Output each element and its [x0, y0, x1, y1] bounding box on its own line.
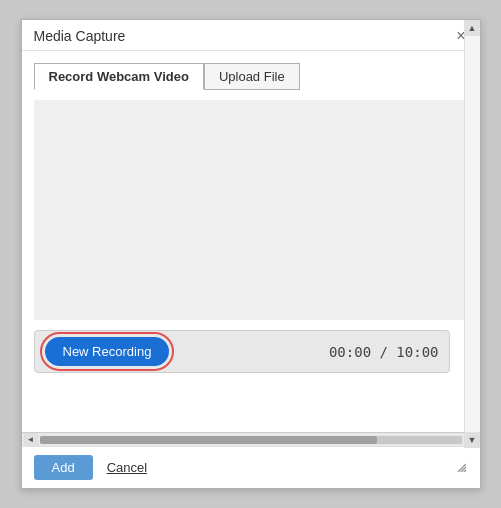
svg-line-2 — [464, 470, 466, 472]
tab-record-webcam[interactable]: Record Webcam Video — [34, 63, 204, 90]
vertical-scrollbar: ▲ ▼ — [464, 20, 480, 448]
dialog-header: Media Capture × — [22, 20, 480, 51]
scroll-down-button[interactable]: ▼ — [465, 432, 480, 448]
resize-handle[interactable] — [454, 460, 466, 472]
tabs-container: Record Webcam Video Upload File — [34, 63, 468, 90]
media-capture-dialog: Media Capture × ▲ ▼ Record Webcam Video … — [21, 19, 481, 489]
video-preview-area — [34, 100, 468, 320]
h-scroll-thumb — [40, 436, 378, 444]
time-display: 00:00 / 10:00 — [329, 344, 439, 360]
recording-controls-bar: New Recording 00:00 / 10:00 — [34, 330, 450, 373]
h-scroll-track — [40, 436, 462, 444]
scroll-up-button[interactable]: ▲ — [465, 20, 480, 36]
cancel-button[interactable]: Cancel — [101, 455, 153, 480]
new-recording-button[interactable]: New Recording — [45, 337, 170, 366]
scroll-track — [465, 36, 480, 432]
dialog-body: Record Webcam Video Upload File New Reco… — [22, 51, 480, 432]
dialog-title: Media Capture — [34, 28, 126, 44]
scroll-left-button[interactable]: ◄ — [24, 433, 38, 447]
horizontal-scrollbar: ◄ ► — [22, 432, 480, 446]
dialog-footer: Add Cancel — [22, 446, 480, 488]
add-button[interactable]: Add — [34, 455, 93, 480]
tab-upload-file[interactable]: Upload File — [204, 63, 300, 90]
